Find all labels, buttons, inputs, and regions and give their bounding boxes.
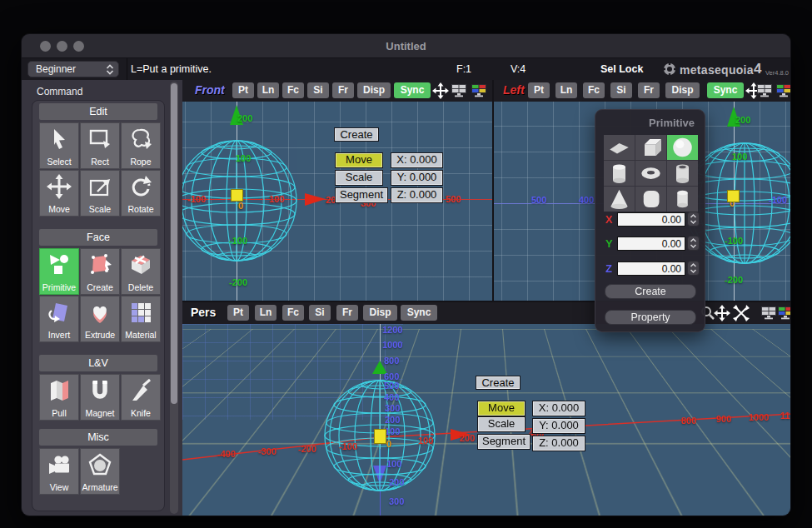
command-button-select[interactable]: Select [39, 122, 79, 169]
primitive-create-button[interactable]: Create [605, 284, 696, 299]
left-move-handle[interactable] [727, 190, 740, 202]
shape-sphere[interactable] [667, 135, 698, 160]
command-button-armature[interactable]: Armature [80, 448, 120, 495]
magnet-icon [87, 378, 112, 403]
pers-create-button[interactable]: Create [476, 376, 521, 390]
shape-cone[interactable] [604, 187, 635, 212]
pers-sync-button[interactable]: Sync [401, 305, 437, 321]
command-button-rect[interactable]: Rect [80, 122, 120, 169]
monitor-layout-color-icon[interactable] [775, 84, 791, 101]
front-segment-button[interactable]: Segment [335, 187, 388, 203]
front-tab-disp[interactable]: Disp [357, 82, 391, 98]
pers-scale-button[interactable]: Scale [477, 416, 526, 432]
front-tab-pt[interactable]: Pt [232, 82, 254, 98]
front-move-handle[interactable] [231, 189, 243, 202]
pers-z-value[interactable]: Z: 0.000 [532, 436, 585, 451]
z-axis-label: Z [605, 262, 612, 275]
pers-move-button[interactable]: Move [477, 401, 526, 416]
x-input[interactable]: 0.00 [617, 212, 685, 227]
pan-view-icon[interactable] [714, 305, 730, 325]
left-viewport-label: Left [503, 83, 525, 97]
command-button-rotate[interactable]: Rotate [121, 170, 161, 217]
x-stepper[interactable] [687, 212, 700, 227]
command-button-rope[interactable]: Rope [121, 122, 161, 169]
axis-label: -200 [298, 444, 316, 454]
shape-tube[interactable] [667, 161, 698, 186]
pers-tab-disp[interactable]: Disp [363, 305, 397, 321]
command-button-pull[interactable]: Pull [39, 374, 79, 421]
front-tab-ln[interactable]: Ln [257, 82, 279, 98]
pers-tab-si[interactable]: Si [309, 305, 331, 321]
primitive-property-button[interactable]: Property [605, 310, 696, 325]
mode-dropdown[interactable]: Beginner [27, 61, 119, 77]
front-create-button[interactable]: Create [334, 127, 379, 142]
sel-lock-button[interactable]: Sel Lock [600, 63, 643, 75]
axis-label: -100 [769, 195, 787, 205]
rotate-view-icon[interactable] [733, 305, 750, 325]
front-y-value[interactable]: Y: 0.000 [391, 170, 443, 186]
monitor-layout-icon[interactable] [756, 84, 773, 101]
shape-rounded-cube[interactable] [635, 187, 666, 212]
pers-tab-pt[interactable]: Pt [227, 305, 249, 321]
pan-view-icon[interactable] [432, 82, 449, 102]
command-button-view[interactable]: View [39, 448, 79, 495]
front-tab-fc[interactable]: Fc [282, 82, 304, 98]
pers-move-handle[interactable] [374, 429, 386, 444]
axis-label: 400 [384, 392, 399, 402]
shape-capsule[interactable] [667, 187, 698, 212]
pers-tab-ln[interactable]: Ln [255, 305, 276, 321]
front-z-value[interactable]: Z: 0.000 [391, 187, 443, 203]
left-tab-si[interactable]: Si [610, 82, 632, 98]
command-button-scale[interactable]: Scale [80, 170, 120, 217]
left-tab-disp[interactable]: Disp [665, 82, 700, 98]
pers-tab-fr[interactable]: Fr [336, 305, 358, 321]
left-tab-fc[interactable]: Fc [583, 82, 605, 98]
command-button-primitive[interactable]: Primitive [39, 248, 79, 295]
command-button-invert[interactable]: Invert [39, 296, 79, 342]
command-button-move[interactable]: Move [39, 170, 79, 217]
front-sync-button[interactable]: Sync [394, 82, 431, 98]
shape-torus[interactable] [635, 161, 666, 186]
monitor-layout-color-icon[interactable] [777, 306, 791, 323]
monitor-layout-color-icon[interactable] [471, 84, 487, 101]
window-title: Untitled [22, 40, 790, 52]
viewport-pers: Pers Pt Ln Fc Si Fr Disp Sync [182, 302, 791, 516]
pers-segment-button[interactable]: Segment [477, 434, 531, 450]
scrollbar-thumb[interactable] [171, 83, 177, 404]
monitor-layout-icon[interactable] [760, 306, 777, 323]
pers-tab-fc[interactable]: Fc [282, 305, 304, 321]
front-tab-si[interactable]: Si [307, 82, 329, 98]
command-button-delete-face[interactable]: Delete [121, 248, 161, 295]
z-input[interactable]: 0.00 [617, 262, 685, 276]
left-tab-pt[interactable]: Pt [528, 82, 550, 98]
y-axis-label: Y [605, 237, 613, 250]
shape-cylinder[interactable] [604, 161, 635, 186]
y-input[interactable]: 0.00 [617, 237, 685, 251]
primitive-panel: Primitive [595, 109, 705, 332]
front-tab-fr[interactable]: Fr [332, 82, 354, 98]
pers-y-value[interactable]: Y: 0.000 [532, 418, 585, 434]
y-stepper[interactable] [687, 236, 700, 251]
command-button-create-face[interactable]: Create [80, 248, 120, 295]
left-tab-ln[interactable]: Ln [555, 82, 577, 98]
command-button-knife[interactable]: Knife [121, 374, 161, 421]
command-button-magnet[interactable]: Magnet [80, 374, 120, 421]
front-x-value[interactable]: X: 0.000 [391, 152, 443, 168]
status-text: L=Put a primitive. [131, 63, 212, 75]
shape-cube[interactable] [635, 135, 666, 160]
front-move-button[interactable]: Move [335, 152, 383, 168]
section-misc-header: Misc [39, 429, 157, 446]
pers-x-value[interactable]: X: 0.000 [532, 401, 585, 416]
viewport-front: Front Pt Ln Fc Si Fr Disp Sync [182, 80, 492, 301]
command-button-extrude[interactable]: Extrude [80, 296, 120, 342]
sidebar-scrollbar[interactable] [170, 82, 178, 514]
pers-canvas[interactable]: 1200 1000 800 600 500 400 300 200 100 0 … [182, 324, 791, 516]
command-button-material[interactable]: Material [121, 296, 161, 342]
shape-plane[interactable] [604, 135, 635, 160]
front-scale-button[interactable]: Scale [335, 170, 383, 186]
monitor-layout-icon[interactable] [451, 84, 467, 101]
left-tab-fr[interactable]: Fr [638, 82, 660, 98]
left-sync-button[interactable]: Sync [707, 82, 744, 98]
z-stepper[interactable] [687, 261, 700, 276]
front-canvas[interactable]: -100 100 200 300 500 0 200 100 -100 -200… [182, 102, 492, 301]
